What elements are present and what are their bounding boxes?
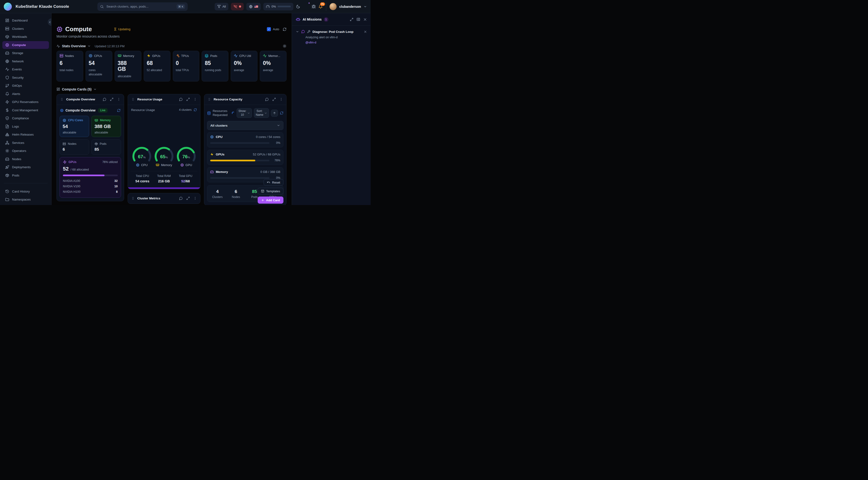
chat-icon[interactable] (265, 98, 269, 101)
topbar: KubeStellar Klaude Console ⌘ K All 0% ✦ … (0, 0, 371, 13)
chevron-down-icon[interactable] (93, 88, 97, 91)
sidebar-item-events[interactable]: Events (2, 65, 49, 73)
sidebar-item-alerts[interactable]: Alerts (2, 90, 49, 98)
sidebar-item-operators[interactable]: Operators (2, 147, 49, 155)
sidebar-item-cost-management[interactable]: Cost Management (2, 106, 49, 114)
stat-card-cpus[interactable]: CPUs54cores allocatable (86, 51, 112, 82)
memory-icon (156, 163, 159, 167)
kebab-menu-icon[interactable] (279, 98, 283, 101)
language-chip[interactable] (246, 3, 261, 10)
expand-icon[interactable] (350, 18, 353, 21)
expand-icon[interactable] (110, 98, 114, 101)
sidebar-item-label: Events (12, 68, 22, 71)
refresh-button[interactable] (194, 108, 197, 111)
search-bar[interactable]: ⌘ K (97, 2, 188, 11)
pods-tile[interactable]: Pods 85 (91, 139, 121, 155)
sidebar-item-compliance[interactable]: Compliance (2, 114, 49, 122)
activity-icon (234, 54, 238, 58)
stats-settings-button[interactable] (283, 44, 286, 48)
sidebar-item-services[interactable]: Services (2, 139, 49, 147)
notification-count-badge: 71 (320, 2, 325, 6)
stats-section-label[interactable]: Stats Overview (62, 44, 86, 48)
debug-button[interactable] (312, 4, 316, 9)
user-menu-button[interactable] (364, 5, 367, 8)
templates-button[interactable]: Templates (258, 188, 283, 194)
notifications-button[interactable]: 71 (318, 4, 323, 9)
sort-direction-button[interactable] (271, 109, 278, 117)
sidebar-item-storage[interactable]: Storage (2, 49, 49, 57)
drag-handle[interactable] (131, 196, 135, 200)
memory-tile[interactable]: Memory 388 GB allocatable (91, 116, 121, 137)
gpus-tile[interactable]: GPUs 76% utilized 52 / 68 allocated NVID… (60, 157, 121, 198)
add-card-button[interactable]: Add Card (258, 196, 284, 204)
mission-target[interactable]: @vllm-d (305, 41, 367, 44)
drag-handle[interactable] (131, 98, 135, 101)
kebab-menu-icon[interactable] (117, 98, 121, 101)
activity-icon (57, 44, 60, 48)
stat-card-nodes[interactable]: Nodes6total nodes (57, 51, 83, 82)
filter-chip[interactable]: All (215, 3, 228, 10)
chevron-down-icon[interactable] (296, 30, 299, 33)
sidebar-item-security[interactable]: Security (2, 74, 49, 82)
mission-close-icon[interactable] (364, 30, 367, 33)
connection-status-chip[interactable] (231, 3, 244, 10)
expand-icon[interactable] (186, 196, 190, 200)
expand-icon[interactable] (272, 98, 276, 101)
chat-icon[interactable] (179, 196, 183, 200)
refresh-button[interactable] (117, 109, 121, 112)
sidebar-item-pods[interactable]: Pods (2, 171, 49, 179)
ai-assistant-button[interactable]: ✦ (303, 4, 309, 10)
capacity-row-cpu[interactable]: CPU0 cores / 54 cores 0% (207, 132, 283, 148)
sidebar-item-card-history[interactable]: Card History (2, 188, 49, 195)
sidebar-item-workloads[interactable]: Workloads (2, 33, 49, 41)
show-select[interactable]: Show:10 (237, 108, 252, 118)
sidebar-item-deployments[interactable]: Deployments (2, 163, 49, 171)
auto-refresh-toggle[interactable]: ✓ Auto (267, 27, 279, 31)
chat-icon[interactable] (102, 98, 106, 101)
reset-button[interactable]: Reset (264, 179, 283, 186)
cpu-cores-tile[interactable]: CPU Cores 54 allocatable (60, 116, 89, 137)
stat-card-memory-util[interactable]: Memor...0%average (260, 51, 286, 82)
sidebar-item-logs[interactable]: Logs (2, 123, 49, 130)
stat-card-tpus[interactable]: TPUs0total TPUs (173, 51, 199, 82)
capacity-row-gpus[interactable]: GPUs52 GPUs / 68 GPUs 76% (207, 150, 283, 165)
nodes-tile[interactable]: Nodes 6 (60, 139, 89, 155)
stat-card-gpus[interactable]: GPUs6852 allocated (144, 51, 170, 82)
compute-cards-label[interactable]: Compute Cards (5) (62, 87, 91, 91)
stat-value: 6 (60, 60, 75, 66)
sidebar-item-gitops[interactable]: GitOps (2, 82, 49, 90)
cluster-filter-select[interactable]: All clusters (207, 121, 283, 130)
auto-checkbox[interactable]: ✓ (267, 27, 271, 31)
close-icon[interactable] (363, 18, 367, 21)
drag-handle[interactable] (60, 98, 64, 101)
cpu-usage-chip[interactable]: 0% (263, 3, 293, 10)
user-avatar[interactable] (330, 3, 337, 10)
sidebar-item-gpu-reservations[interactable]: GPU Reservations (2, 98, 49, 106)
kebab-menu-icon[interactable] (193, 196, 197, 200)
username[interactable]: clubanderson (339, 5, 361, 8)
sidebar-item-network[interactable]: Network (2, 57, 49, 65)
refresh-button[interactable] (280, 111, 283, 115)
sidebar-item-nodes[interactable]: Nodes (2, 155, 49, 163)
refresh-button[interactable] (283, 27, 286, 31)
panel-toggle-icon[interactable] (356, 18, 360, 21)
sidebar-item-namespaces[interactable]: Namespaces (2, 196, 49, 203)
sidebar-item-helm-releases[interactable]: Helm Releases (2, 131, 49, 138)
kebab-menu-icon[interactable] (193, 98, 197, 101)
refresh-icon (117, 109, 121, 112)
mission-item[interactable]: Diagnose: Pod Crash Loop Analyzing alert… (292, 26, 371, 48)
sidebar-item-dashboard[interactable]: Dashboard (2, 17, 49, 24)
search-input[interactable] (106, 4, 175, 8)
expand-icon[interactable] (186, 98, 190, 101)
chevron-down-icon[interactable] (88, 44, 91, 48)
sidebar-item-clusters[interactable]: Clusters (2, 25, 49, 33)
theme-toggle[interactable] (296, 4, 300, 9)
stat-card-pods[interactable]: Pods85running pods (202, 51, 228, 82)
sort-select[interactable]: Sort:Name (254, 108, 269, 118)
sidebar-item-compute[interactable]: Compute (2, 41, 49, 49)
sidebar-item-label: Deployments (12, 165, 31, 169)
chat-icon[interactable] (179, 98, 183, 101)
drag-handle[interactable] (208, 98, 211, 101)
stat-card-cpu-util[interactable]: CPU Util0%average (231, 51, 257, 82)
stat-card-memory[interactable]: Memory388 GBallocatable (115, 51, 142, 82)
